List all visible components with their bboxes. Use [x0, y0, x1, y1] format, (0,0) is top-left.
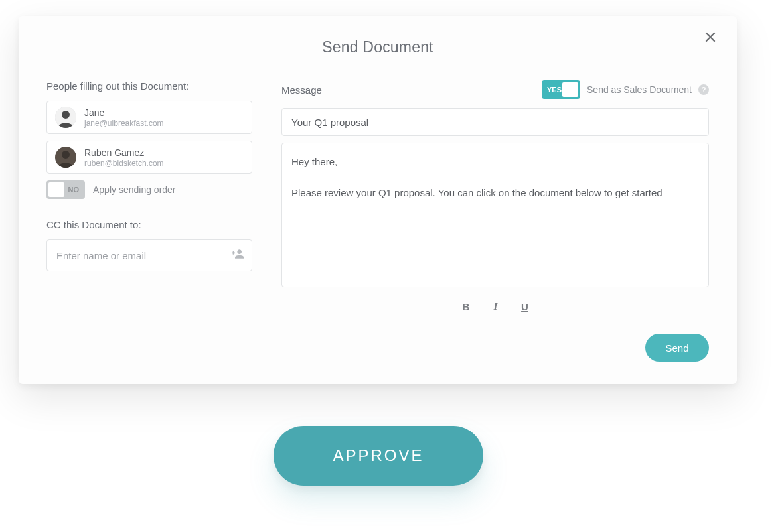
avatar — [55, 147, 76, 168]
avatar — [55, 107, 76, 128]
person-name: Jane — [84, 107, 164, 118]
send-document-modal: Send Document People filling out this Do… — [19, 16, 737, 384]
person-card[interactable]: Jane jane@uibreakfast.com — [46, 101, 252, 134]
sales-document-label: Send as Sales Document — [587, 84, 692, 95]
sending-order-toggle[interactable]: NO — [46, 180, 85, 199]
message-body-input[interactable] — [281, 143, 709, 287]
sales-document-toggle[interactable]: YES — [542, 80, 580, 99]
sales-document-group: YES Send as Sales Document ? — [542, 80, 709, 99]
italic-button[interactable]: I — [481, 293, 510, 320]
svg-point-3 — [62, 151, 70, 159]
add-person-icon[interactable] — [232, 247, 245, 263]
subject-input[interactable] — [281, 108, 709, 136]
toggle-state-label: YES — [547, 86, 562, 94]
people-label: People filling out this Document: — [46, 80, 252, 92]
close-icon — [705, 32, 716, 45]
help-icon[interactable]: ? — [698, 84, 709, 95]
cc-label: CC this Document to: — [46, 219, 252, 230]
cc-input-wrap[interactable] — [46, 239, 252, 271]
approve-button[interactable]: APPROVE — [274, 426, 483, 486]
toggle-state-label: NO — [68, 186, 80, 194]
person-email: jane@uibreakfast.com — [84, 119, 164, 128]
send-button[interactable]: Send — [645, 334, 709, 362]
cc-input[interactable] — [56, 250, 232, 261]
right-panel: Message YES Send as Sales Document ? B I… — [281, 80, 709, 362]
person-email: ruben@bidsketch.com — [84, 159, 164, 168]
bold-button[interactable]: B — [451, 293, 481, 320]
left-panel: People filling out this Document: Jane j… — [46, 80, 252, 362]
person-card[interactable]: Ruben Gamez ruben@bidsketch.com — [46, 141, 252, 174]
underline-button[interactable]: U — [510, 293, 539, 320]
svg-point-1 — [62, 111, 70, 119]
format-toolbar: B I U — [281, 293, 709, 320]
sending-order-label: Apply sending order — [93, 184, 176, 195]
person-name: Ruben Gamez — [84, 147, 164, 158]
close-button[interactable] — [701, 29, 720, 48]
toggle-knob — [562, 82, 578, 97]
modal-title: Send Document — [46, 38, 709, 56]
message-label: Message — [281, 84, 322, 96]
toggle-knob — [48, 182, 64, 197]
